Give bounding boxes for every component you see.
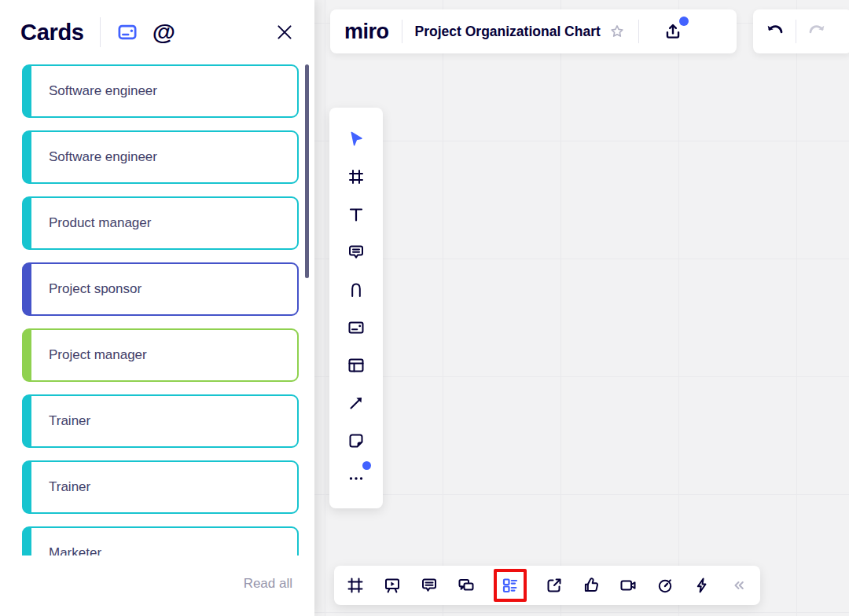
select-cursor-icon xyxy=(347,130,366,148)
present-button[interactable] xyxy=(383,576,402,595)
card-item[interactable]: Project sponsor xyxy=(22,262,299,316)
pen-tool-button[interactable] xyxy=(347,280,366,299)
board-title[interactable]: Project Organizational Chart xyxy=(415,24,601,40)
cards-panel: Cards @ Software engineer Software engin… xyxy=(0,0,314,616)
sticky-note-tool-button[interactable] xyxy=(347,431,366,450)
close-panel-button[interactable] xyxy=(270,18,299,46)
redo-button[interactable] xyxy=(806,20,828,42)
export-button[interactable] xyxy=(663,21,683,42)
cards-app-button[interactable] xyxy=(494,569,527,602)
card-tool-button[interactable] xyxy=(347,318,366,337)
creation-toolbar xyxy=(329,108,383,508)
thumbs-up-icon xyxy=(582,576,601,595)
timer-button[interactable] xyxy=(656,576,674,595)
card-color-bar xyxy=(23,197,31,249)
table-tool-button[interactable] xyxy=(347,356,366,375)
card-item[interactable]: Product manager xyxy=(22,196,299,250)
comments-icon xyxy=(420,576,439,595)
mention-icon[interactable]: @ xyxy=(153,20,175,44)
open-share-icon xyxy=(545,576,564,595)
cards-panel-header: Cards @ xyxy=(0,0,314,60)
card-label: Project manager xyxy=(49,347,147,363)
comment-icon xyxy=(347,243,366,262)
cards-list: Software engineer Software engineer Prod… xyxy=(0,64,305,616)
card-label: Trainer xyxy=(49,413,90,429)
video-chat-button[interactable] xyxy=(619,576,638,595)
topbar-divider-2 xyxy=(638,20,639,43)
quick-actions-button[interactable] xyxy=(693,576,711,595)
frame-tool-button[interactable] xyxy=(347,167,366,186)
card-color-bar xyxy=(23,263,31,315)
card-color-bar xyxy=(23,329,31,381)
card-color-bar xyxy=(23,395,31,447)
read-all-link[interactable]: Read all xyxy=(244,576,292,616)
card-color-bar xyxy=(23,461,31,513)
text-tool-button[interactable] xyxy=(347,205,366,224)
chat-icon xyxy=(457,576,476,595)
panel-scrollbar[interactable] xyxy=(305,64,309,278)
connector-tool-button[interactable] xyxy=(347,394,366,412)
star-icon xyxy=(608,23,626,40)
more-tools-button[interactable] xyxy=(347,469,366,488)
card-item[interactable]: Project manager xyxy=(22,328,299,382)
more-dots-icon xyxy=(347,469,366,488)
card-label: Software engineer xyxy=(49,149,157,165)
select-tool-button[interactable] xyxy=(347,130,366,148)
pen-icon xyxy=(347,280,366,299)
undo-redo-divider xyxy=(796,20,796,43)
frames-icon xyxy=(346,576,365,595)
video-camera-icon xyxy=(619,576,638,595)
card-label: Project sponsor xyxy=(49,281,142,297)
cards-app-icon xyxy=(501,576,520,595)
panel-footer: Read all xyxy=(0,556,303,616)
card-label: Product manager xyxy=(49,215,151,231)
table-icon xyxy=(347,356,366,375)
timer-icon xyxy=(656,576,674,595)
undo-button[interactable] xyxy=(764,20,786,42)
card-item[interactable]: Trainer xyxy=(22,394,299,448)
redo-icon xyxy=(806,20,828,42)
reactions-button[interactable] xyxy=(582,576,601,595)
card-type-button[interactable] xyxy=(115,22,140,43)
undo-icon xyxy=(764,20,786,42)
header-divider xyxy=(100,17,101,47)
card-icon xyxy=(115,22,140,43)
card-color-bar xyxy=(23,65,31,117)
frames-panel-button[interactable] xyxy=(346,576,365,595)
collapse-toolbar-button[interactable] xyxy=(730,576,748,595)
text-icon xyxy=(347,205,366,224)
frame-icon xyxy=(347,167,366,186)
share-screen-button[interactable] xyxy=(545,576,564,595)
undo-redo-bar xyxy=(753,9,849,53)
export-notification-dot xyxy=(679,16,689,26)
card-label: Trainer xyxy=(49,479,90,495)
collapse-chevrons-icon xyxy=(730,576,748,595)
arrow-icon xyxy=(347,394,366,412)
board-topbar: miro Project Organizational Chart xyxy=(330,9,737,53)
favorite-button[interactable] xyxy=(608,23,626,40)
presentation-icon xyxy=(383,576,402,595)
card-icon xyxy=(347,318,366,337)
miro-logo[interactable]: miro xyxy=(344,20,389,44)
lightning-icon xyxy=(693,576,711,595)
comments-panel-button[interactable] xyxy=(420,576,439,595)
comment-tool-button[interactable] xyxy=(347,243,366,262)
more-tools-notification-dot xyxy=(362,461,371,470)
card-item[interactable]: Software engineer xyxy=(22,130,299,184)
card-item[interactable]: Trainer xyxy=(22,460,299,514)
panel-title: Cards xyxy=(20,20,84,46)
topbar-divider xyxy=(402,20,402,43)
close-icon xyxy=(274,21,296,43)
card-label: Software engineer xyxy=(49,83,157,99)
sticky-note-icon xyxy=(347,431,366,450)
chat-button[interactable] xyxy=(457,576,476,595)
card-item[interactable]: Software engineer xyxy=(22,64,299,118)
card-color-bar xyxy=(23,131,31,183)
collaboration-toolbar xyxy=(334,566,760,605)
